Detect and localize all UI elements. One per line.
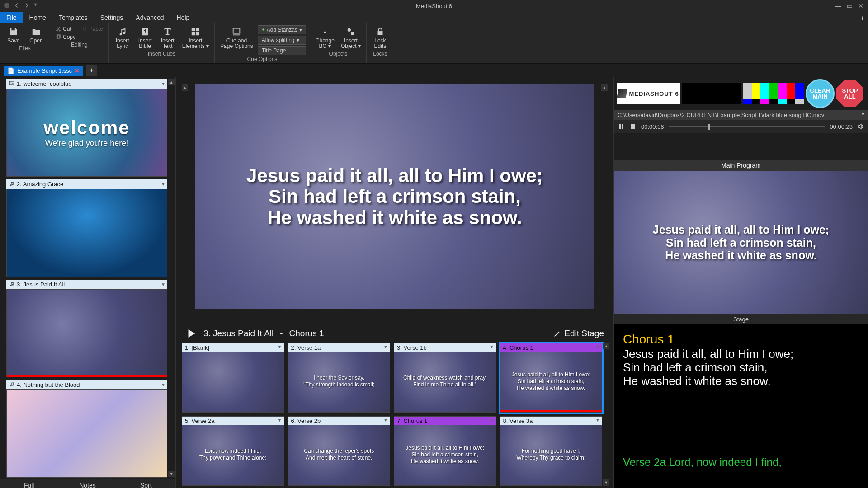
slide-label: 8. Verse 3a — [503, 418, 533, 424]
chevron-down-icon[interactable]: ▼ — [278, 344, 282, 349]
cue-thumbnail[interactable] — [6, 189, 167, 277]
title-page-button[interactable]: Title Page — [258, 46, 306, 55]
slides-scroll-down-icon[interactable]: ▼ — [603, 479, 609, 486]
add-stanzas-button[interactable]: +Add Stanzas ▾ — [258, 25, 306, 34]
menubar: File Home Templates Settings Advanced He… — [0, 12, 868, 23]
cue-thumbnail[interactable]: welcomeWe're glad you're here! — [6, 89, 167, 177]
slide-thumb[interactable]: 3. Verse 1b▼Child of weakness watch and … — [394, 343, 496, 413]
minimize-button[interactable]: — — [835, 2, 841, 9]
svg-rect-8 — [196, 28, 199, 31]
slide-thumb[interactable]: 2. Verse 1a▼I hear the Savior say, "Thy … — [288, 343, 391, 413]
clear-main-button[interactable]: CLEAR MAIN — [806, 79, 835, 108]
group-objects-label: Objects — [329, 50, 348, 57]
cue-item[interactable]: 2. Amazing Grace▼ — [6, 179, 167, 277]
back-icon[interactable] — [14, 2, 20, 10]
slide-label: 7. Chorus 1 — [397, 418, 427, 424]
stage-view: Chorus 1 Jesus paid it all, all to Him I… — [614, 324, 868, 488]
cue-item[interactable]: 3. Jesus Paid It All▼ — [6, 280, 167, 377]
slide-thumb[interactable]: 5. Verse 2a▼Lord, now indeed I find, Thy… — [182, 416, 284, 486]
menu-advanced[interactable]: Advanced — [129, 12, 170, 23]
cue-title: 4. Nothing but the Blood — [17, 381, 80, 388]
chevron-down-icon[interactable]: ▼ — [861, 112, 865, 117]
logo-output-button[interactable]: MEDIASHOUT 6 — [617, 83, 680, 104]
insert-bible-button[interactable]: Insert Bible — [135, 25, 155, 50]
copy-button[interactable]: Copy — [54, 33, 77, 41]
chevron-down-icon[interactable]: ▼ — [278, 418, 282, 422]
menu-file[interactable]: File — [0, 12, 23, 23]
cue-title: 3. Jesus Paid It All — [17, 281, 65, 288]
menu-settings[interactable]: Settings — [94, 12, 130, 23]
chevron-down-icon[interactable]: ▼ — [490, 344, 494, 349]
chevron-down-icon[interactable]: ▼ — [33, 2, 38, 10]
svg-rect-17 — [619, 124, 621, 129]
stage-title: Chorus 1 — [623, 332, 859, 347]
pause-icon[interactable] — [618, 123, 625, 130]
black-output-button[interactable] — [682, 83, 741, 104]
slide-thumb[interactable]: 6. Verse 2b▼Can change the leper's spots… — [288, 416, 391, 486]
close-button[interactable]: ✕ — [858, 2, 863, 9]
footer-full[interactable]: Full — [0, 479, 58, 488]
chevron-down-icon[interactable]: ▼ — [595, 344, 600, 349]
stop-icon[interactable] — [629, 123, 637, 130]
chevron-down-icon[interactable]: ▼ — [161, 382, 165, 387]
insert-elements-button[interactable]: Insert Elements ▾ — [180, 25, 211, 50]
cue-thumbnail[interactable] — [6, 289, 167, 377]
cue-item[interactable]: 4. Nothing but the Blood▼ — [6, 380, 167, 478]
scroll-left-up-icon[interactable]: ▲ — [182, 84, 188, 91]
open-button[interactable]: Open — [26, 25, 46, 44]
scroll-down-icon[interactable]: ▼ — [168, 471, 175, 477]
group-locks-label: Locks — [373, 50, 387, 57]
main-program-header: Main Program — [614, 160, 868, 171]
maximize-button[interactable]: ▭ — [847, 2, 853, 9]
stop-all-button[interactable]: STOP ALL — [836, 80, 863, 107]
play-icon[interactable] — [185, 328, 197, 339]
menu-templates[interactable]: Templates — [52, 12, 94, 23]
menu-home[interactable]: Home — [23, 12, 52, 23]
chevron-down-icon[interactable]: ▼ — [161, 182, 165, 187]
save-button[interactable]: Save — [4, 25, 24, 44]
slide-label: 2. Verse 1a — [291, 344, 321, 351]
info-icon[interactable]: i — [862, 12, 868, 23]
chevron-down-icon[interactable]: ▼ — [161, 282, 165, 287]
scroll-up-icon[interactable]: ▲ — [168, 79, 175, 85]
slide-thumb[interactable]: 4. Chorus 1▼Jesus paid it all, all to Hi… — [500, 343, 603, 413]
svg-rect-5 — [83, 27, 86, 31]
insert-object-button[interactable]: Insert Object ▾ — [339, 25, 363, 50]
change-bg-button[interactable]: Change BG ▾ — [314, 25, 336, 50]
forward-icon[interactable] — [24, 2, 30, 10]
volume-icon[interactable] — [857, 123, 864, 130]
edit-stage-button[interactable]: Edit Stage — [553, 328, 604, 338]
chevron-down-icon[interactable]: ▼ — [383, 418, 388, 422]
chevron-down-icon[interactable]: ▼ — [595, 418, 600, 422]
stage-next: Verse 2a Lord, now indeed I find, — [623, 456, 859, 469]
scroll-right-up-icon[interactable]: ▲ — [601, 84, 608, 91]
cut-button[interactable]: Cut — [54, 25, 77, 33]
lock-edits-button[interactable]: Lock Edits — [370, 25, 390, 50]
tab-close-icon[interactable]: ✕ — [75, 67, 80, 74]
insert-text-button[interactable]: TInsert Text — [158, 25, 178, 50]
chevron-down-icon[interactable]: ▼ — [161, 81, 165, 86]
allow-splitting-dropdown[interactable]: Allow splitting ▾ — [258, 36, 306, 45]
chevron-down-icon[interactable]: ▼ — [490, 418, 494, 422]
cue-thumbnail[interactable] — [6, 389, 167, 478]
cue-page-options-button[interactable]: Cue and Page Options — [218, 25, 255, 50]
chevron-down-icon[interactable]: ▼ — [383, 344, 388, 349]
add-tab-button[interactable]: + — [86, 65, 97, 76]
slide-thumb[interactable]: 8. Verse 3a▼For nothing good have I, Whe… — [500, 416, 603, 486]
media-path[interactable]: C:\Users\david\Dropbox\2 CURRENT\Example… — [614, 110, 868, 120]
slide-thumb[interactable]: 1. [Blank]▼ — [182, 343, 284, 413]
slide-grid: 1. [Blank]▼2. Verse 1a▼I hear the Savior… — [179, 343, 610, 488]
test-pattern-button[interactable] — [743, 83, 804, 104]
slide-thumb[interactable]: 7. Chorus 1▼Jesus paid it all, all to Hi… — [394, 416, 496, 486]
cue-item[interactable]: 1. welcome_coolblue▼welcomeWe're glad yo… — [6, 79, 167, 177]
slides-scroll-up-icon[interactable]: ▲ — [603, 343, 609, 349]
insert-lyric-button[interactable]: Insert Lyric — [113, 25, 132, 50]
group-editing-label: Editing — [71, 41, 88, 48]
tab-active-script[interactable]: 📄 Example Script 1.ssc ✕ — [4, 66, 83, 76]
footer-sort[interactable]: Sort — [117, 479, 175, 488]
slide-preview[interactable]: Jesus paid it all, all to Him I owe; Sin… — [195, 84, 594, 309]
seek-slider[interactable] — [669, 126, 826, 127]
menu-help[interactable]: Help — [170, 12, 196, 23]
footer-notes[interactable]: Notes — [58, 479, 117, 488]
slide-text: Lord, now indeed I find, Thy power and T… — [186, 427, 280, 482]
